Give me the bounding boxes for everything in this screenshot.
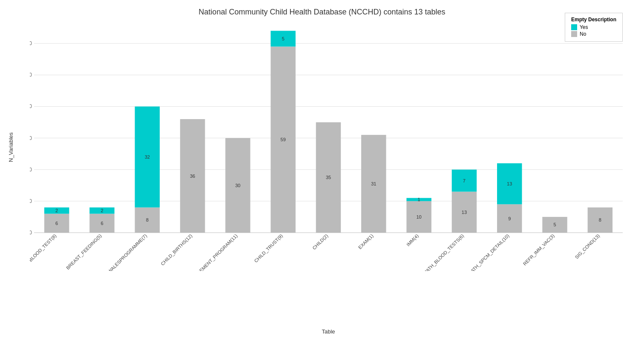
svg-text:30: 30 (235, 183, 240, 188)
svg-text:EXAM(1): EXAM(1) (357, 233, 374, 250)
svg-text:CHILD_TRUST(9): CHILD_TRUST(9) (253, 233, 284, 264)
svg-text:36: 36 (190, 174, 195, 179)
svg-text:9: 9 (508, 216, 511, 221)
svg-text:CHILD_MEASUREMENT_PROGRAM(11): CHILD_MEASUREMENT_PROGRAM(11) (172, 233, 239, 271)
svg-text:32: 32 (145, 154, 150, 160)
svg-text:50: 50 (30, 72, 32, 78)
svg-text:2: 2 (101, 208, 103, 213)
svg-text:0: 0 (30, 230, 32, 236)
legend-label-yes: Yes (580, 24, 588, 30)
chart-container: National Community Child Health Database… (0, 0, 644, 339)
svg-text:35: 35 (326, 175, 331, 180)
svg-text:60: 60 (30, 40, 32, 46)
svg-text:20: 20 (30, 167, 32, 173)
svg-text:40: 40 (30, 103, 32, 109)
svg-text:1: 1 (418, 197, 420, 202)
svg-text:5: 5 (553, 222, 556, 227)
legend-item-yes: Yes (571, 24, 616, 30)
y-axis-label: N_Variables (8, 23, 14, 271)
svg-text:REFR_IMM_VAC(3): REFR_IMM_VAC(3) (522, 233, 555, 266)
legend-title: Empty Description (571, 17, 616, 23)
svg-text:7: 7 (463, 178, 466, 183)
svg-text:6: 6 (55, 221, 58, 226)
svg-text:SIG_COND(13): SIG_COND(13) (574, 233, 601, 260)
svg-text:CHILD_BIRTHS(12): CHILD_BIRTHS(12) (160, 233, 193, 266)
svg-text:10: 10 (416, 214, 421, 219)
svg-text:8: 8 (146, 217, 149, 222)
legend-color-yes (571, 24, 577, 30)
svg-text:59: 59 (281, 137, 286, 142)
svg-text:13: 13 (462, 210, 467, 215)
svg-text:CHILD(2): CHILD(2) (311, 233, 329, 251)
svg-text:PATH_BLOOD_TESTS(6): PATH_BLOOD_TESTS(6) (423, 233, 465, 271)
svg-text:IMM(4): IMM(4) (405, 233, 420, 247)
legend-item-no: No (571, 31, 616, 37)
legend-color-no (571, 31, 577, 37)
svg-text:8: 8 (599, 217, 601, 222)
svg-text:5: 5 (282, 36, 285, 41)
bar-chart: 010203040506062BLOOD_TEST(8)62BREAST_FEE… (30, 23, 627, 271)
svg-text:31: 31 (371, 181, 376, 186)
chart-area: 010203040506062BLOOD_TEST(8)62BREAST_FEE… (30, 23, 627, 271)
svg-text:6: 6 (101, 221, 103, 226)
svg-text:13: 13 (507, 181, 512, 186)
svg-text:10: 10 (30, 198, 32, 204)
svg-text:2: 2 (55, 208, 58, 213)
legend: Empty Description Yes No (565, 13, 623, 42)
chart-title: National Community Child Health Database… (0, 0, 644, 17)
svg-text:BLOOD_TEST(8): BLOOD_TEST(8) (30, 233, 58, 262)
x-axis-label: Table (30, 328, 627, 335)
svg-text:PATH_SPCM_DETAIL(10): PATH_SPCM_DETAIL(10) (468, 233, 510, 271)
svg-text:BREAST_FEEDING(5): BREAST_FEEDING(5) (65, 233, 103, 271)
svg-text:30: 30 (30, 135, 32, 141)
legend-label-no: No (580, 31, 586, 37)
